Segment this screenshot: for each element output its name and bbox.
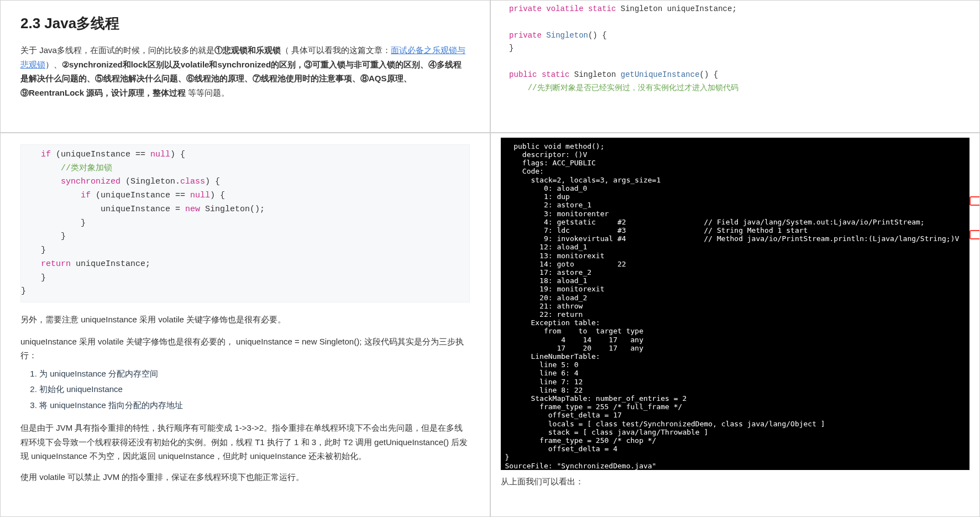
list-item: 为 uniqueInstance 分配内存空间 [39, 366, 470, 382]
steps-list: 为 uniqueInstance 分配内存空间 初始化 uniqueInstan… [39, 366, 470, 414]
pane-bottom-left: if (uniqueInstance == null) { //类对象加锁 sy… [0, 133, 490, 517]
highlight-monitorexit [969, 230, 981, 239]
terminal-caption: 从上面我们可以看出： [501, 474, 970, 489]
note-volatile-1: 另外，需要注意 uniqueInstance 采用 volatile 关键字修饰… [20, 312, 470, 327]
section-heading: 2.3 Java多线程 [20, 14, 470, 33]
list-item: 初始化 uniqueInstance [39, 382, 470, 398]
intro-paragraph: 关于 Java多线程，在面试的时候，问的比较多的就是①悲观锁和乐观锁（ 具体可以… [20, 43, 470, 100]
note-volatile-fix: 使用 volatile 可以禁止 JVM 的指令重排，保证在多线程环境下也能正常… [20, 470, 470, 484]
code-singleton-header: private volatile static Singleton unique… [491, 1, 980, 97]
note-reorder: 但是由于 JVM 具有指令重排的特性，执行顺序有可能变成 1->3->2。指令重… [20, 421, 470, 463]
pane-bottom-right: public void method(); descriptor: ()V fl… [490, 133, 981, 517]
code-singleton-body: if (uniqueInstance == null) { //类对象加锁 sy… [20, 144, 470, 302]
bytecode-terminal: public void method(); descriptor: ()V fl… [501, 138, 970, 470]
pane-top-left: 2.3 Java多线程 关于 Java多线程，在面试的时候，问的比较多的就是①悲… [0, 0, 490, 133]
list-item: 将 uniqueInstance 指向分配的内存地址 [39, 398, 470, 414]
pane-top-right: private volatile static Singleton unique… [490, 0, 981, 133]
highlight-monitorenter [969, 196, 981, 206]
note-volatile-2: uniqueInstance 采用 volatile 关键字修饰也是很有必要的，… [20, 335, 470, 363]
